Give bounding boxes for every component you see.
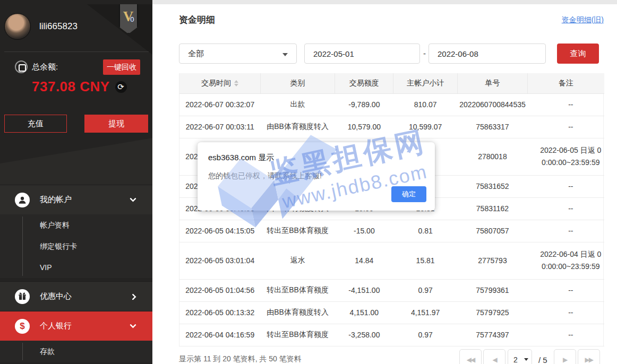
cell-time: 2022-06-07 00:32:07 (179, 93, 260, 116)
wallet-icon (15, 60, 28, 73)
sidebar-item-personal-bank[interactable]: $ 个人银行 (0, 311, 152, 341)
user-profile: lili665823 (4, 13, 78, 40)
cell-note: -- (528, 93, 604, 116)
cell-order-no: 2775793 (457, 242, 527, 279)
cell-subtotal: 810.07 (393, 93, 457, 116)
header-note: 备注 (528, 73, 604, 93)
cell-order-no: 75831162 (457, 197, 527, 220)
cell-category: 转出至BB体育额度 (260, 220, 335, 242)
sidebar-item-bind-bank-card[interactable]: 绑定银行卡 (0, 236, 152, 257)
header-transaction-time[interactable]: 交易时间 (179, 73, 260, 93)
caret-down-icon (282, 53, 288, 56)
wallet-actions: 充值 提现 (4, 115, 148, 133)
sidebar-item-vip[interactable]: VIP (0, 257, 152, 278)
withdraw-button[interactable]: 提现 (84, 115, 148, 133)
cell-order-no: 75774397 (457, 324, 527, 346)
page-select[interactable]: 2 (508, 349, 532, 364)
alert-dialog: esb3638.com 显示 您的钱包已停权，请联系线上客服! 确定 (198, 142, 435, 211)
cell-amount: 14.84 (335, 242, 393, 279)
cell-amount: -15.00 (335, 220, 393, 242)
cell-order-no: 75863317 (457, 116, 527, 138)
table-row: 2022-06-05 04:15:05转出至BB体育额度-15.000.8175… (179, 220, 604, 242)
cell-time: 2022-06-04 04:16:59 (179, 324, 260, 346)
summary-text: 显示第 11 到 20 笔资料, 共 50 笔资料 (179, 354, 302, 364)
refresh-icon[interactable]: ⟳ (115, 81, 127, 93)
funds-detail-legacy-link[interactable]: 资金明细(旧) (562, 15, 604, 25)
avatar[interactable] (4, 13, 31, 40)
balance-label: 总余额: (32, 62, 58, 72)
cell-category: 由BB体育额度转入 (260, 116, 335, 138)
sidebar-menu: 我的帐户 帐户资料 绑定银行卡 VIP 优惠中心 $ 个人银行 存款 (0, 185, 152, 362)
user-icon (15, 193, 30, 207)
date-separator: - (423, 49, 426, 58)
submenu-personal-bank: 存款 (0, 341, 152, 362)
cell-amount: 10,579.00 (335, 116, 393, 138)
page-select-wrap: 2 (508, 349, 532, 364)
first-page-button[interactable]: ◀◀ (459, 349, 482, 364)
deposit-button[interactable]: 充值 (4, 115, 67, 133)
header-category: 类别 (260, 73, 335, 93)
table-row: 2022-06-05 00:13:32由BB体育额度转入4,151.004,15… (179, 301, 604, 324)
cell-amount: 4,151.00 (335, 301, 393, 324)
header-subtotal: 主帐户小计 (393, 73, 457, 93)
chevron-down-icon (130, 195, 136, 202)
sidebar-decoration (73, 4, 152, 55)
dialog-message: 您的钱包已停权，请联系线上客服! (208, 171, 322, 181)
sidebar-item-label: 优惠中心 (40, 291, 72, 301)
filter-bar: 全部 - 查询 (179, 44, 604, 64)
cell-subtotal: 0.81 (393, 220, 457, 242)
sidebar-item-account-info[interactable]: 帐户资料 (0, 214, 152, 236)
cell-subtotal: 4,151.97 (393, 301, 457, 324)
cell-subtotal: 0.97 (393, 324, 457, 346)
cell-order-no: 75807057 (457, 220, 527, 242)
header-amount: 交易额度 (335, 73, 393, 93)
cell-amount: -9,789.00 (335, 93, 393, 116)
balance-amount-row: 737.08 CNY ⟳ (32, 79, 127, 95)
submenu-my-account: 帐户资料 绑定银行卡 VIP (0, 214, 152, 278)
type-select-value: 全部 (188, 49, 204, 58)
cell-time: 2022-06-05 01:04:56 (179, 279, 260, 301)
cell-amount: -3,258.00 (335, 324, 393, 346)
cell-subtotal: 0.97 (393, 279, 457, 301)
dialog-confirm-button[interactable]: 确定 (391, 186, 426, 202)
cell-note: -- (528, 175, 604, 197)
search-button[interactable]: 查询 (557, 44, 599, 64)
page-title: 资金明细 (179, 14, 215, 26)
sidebar-item-deposit[interactable]: 存款 (0, 341, 152, 362)
table-row: 2022-06-05 01:04:56转出至BB体育额度-4,151.000.9… (179, 279, 604, 301)
divider (4, 51, 149, 52)
cell-note: -- (528, 197, 604, 220)
cell-note: -- (528, 301, 604, 324)
gift-icon (15, 289, 30, 304)
type-select[interactable]: 全部 (179, 44, 297, 64)
sidebar-item-label: 我的帐户 (40, 195, 72, 205)
next-page-button[interactable]: ▶ (554, 349, 576, 364)
date-to-input[interactable] (429, 44, 546, 64)
last-page-button[interactable]: ▶▶ (578, 349, 600, 364)
cell-subtotal: 10,599.07 (393, 116, 457, 138)
date-from-input[interactable] (304, 44, 420, 64)
sort-icon[interactable] (234, 80, 238, 86)
cell-category: 转出至BB体育额度 (260, 279, 335, 301)
vip-level: 0 (130, 15, 134, 23)
cell-order-no: 75799361 (457, 279, 527, 301)
main-header: 资金明细 资金明细(旧) (179, 14, 604, 26)
table-row: 2022-06-07 00:32:07出款-9,789.00810.072022… (179, 93, 604, 116)
header-order-no: 单号 (457, 73, 527, 93)
sidebar-decoration (0, 132, 152, 185)
sidebar-item-my-account[interactable]: 我的帐户 (0, 185, 152, 214)
total-pages-label: / 5 (538, 356, 547, 364)
dialog-title: esb3638.com 显示 (208, 153, 274, 163)
table-row: 2022-06-05 03:01:04返水14.8415.81277579320… (179, 242, 604, 279)
cell-time: 2022-06-05 04:15:05 (179, 220, 260, 242)
sidebar-item-promotions[interactable]: 优惠中心 (0, 281, 152, 311)
sidebar: V 0 lili665823 总余额: 一键回收 737.08 CNY ⟳ 充值… (0, 0, 152, 364)
chevron-down-icon (130, 322, 136, 328)
cell-note: 2022-06-04 日返 00:00:00~23:59:59 (528, 242, 604, 279)
cell-category: 转出至BB体育额度 (260, 324, 335, 346)
one-key-recycle-button[interactable]: 一键回收 (103, 59, 140, 75)
sidebar-item-label: 个人银行 (40, 321, 72, 331)
prev-page-button[interactable]: ◀ (483, 349, 505, 364)
cell-category: 由BB体育额度转入 (260, 301, 335, 324)
username: lili665823 (39, 21, 78, 32)
